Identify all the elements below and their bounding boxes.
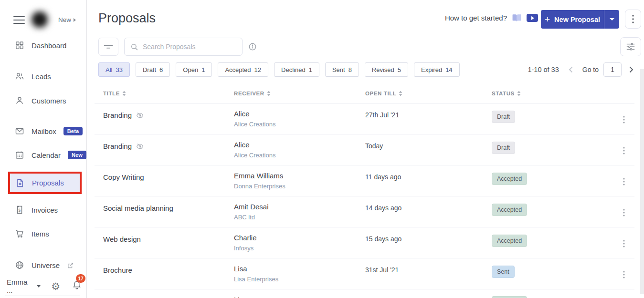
status-badge: Accepted <box>492 204 527 216</box>
tab-draft[interactable]: Draft6 <box>136 62 170 77</box>
sidebar-item-label: Customers <box>32 97 66 105</box>
mailbox-icon <box>15 126 24 136</box>
tab-declined[interactable]: Declined1 <box>274 62 319 77</box>
help-link[interactable]: How to get started? <box>445 14 507 22</box>
receiver-company: Alice Creations <box>234 121 275 128</box>
table-row[interactable]: Proposal ABC Lisa Accepted <box>95 289 634 298</box>
page-title: Proposals <box>98 11 156 26</box>
page-input[interactable] <box>603 62 622 77</box>
sidebar-item-items[interactable]: Items <box>15 227 49 240</box>
tab-count: 14 <box>445 66 452 73</box>
header-kebab-button[interactable] <box>625 10 641 29</box>
tab-expired[interactable]: Expired14 <box>414 62 460 77</box>
column-header-status[interactable]: STATUS <box>492 91 521 96</box>
dashboard-grid-icon <box>15 41 24 50</box>
items-cart-icon <box>15 229 24 238</box>
row-kebab-button[interactable] <box>620 177 628 188</box>
filter-icon <box>103 43 114 51</box>
filter-button[interactable] <box>98 38 118 56</box>
sort-icon <box>517 91 521 96</box>
info-icon[interactable] <box>248 42 257 51</box>
sidebar-item-dashboard[interactable]: Dashboard <box>15 39 66 52</box>
search-input[interactable] <box>143 43 237 51</box>
kebab-icon <box>623 116 625 123</box>
goto-label: Go to <box>582 66 599 73</box>
column-settings-button[interactable] <box>620 37 641 56</box>
sidebar-item-proposals[interactable]: Proposals <box>8 172 82 194</box>
tab-count: 1 <box>201 66 205 73</box>
user-menu[interactable]: Emma ... <box>7 278 32 294</box>
table-row[interactable]: Branding Alice Alice Creations 27th Jul … <box>95 103 634 134</box>
tab-accepted[interactable]: Accepted12 <box>218 62 268 77</box>
column-header-receiver[interactable]: RECEIVER <box>234 91 271 96</box>
leads-icon <box>15 72 24 81</box>
youtube-video-icon[interactable] <box>527 14 538 22</box>
sidebar-item-mailbox[interactable]: Mailbox Beta <box>15 124 83 138</box>
sidebar-item-leads[interactable]: Leads <box>15 70 51 83</box>
row-kebab-button[interactable] <box>620 270 628 281</box>
sliders-icon <box>625 42 636 51</box>
workspace-new-label: New <box>58 16 71 23</box>
tab-count: 8 <box>348 66 352 73</box>
table-row[interactable]: Copy Writing Emma Williams Donna Enterpr… <box>95 165 634 196</box>
caret-down-icon <box>610 18 614 21</box>
sidebar-item-label: Invoices <box>32 206 58 214</box>
main-content: Proposals How to get started? + New Prop… <box>87 0 644 298</box>
table-row[interactable]: Web design Charlie Infosys 15 days ago A… <box>95 227 634 258</box>
vertical-scrollbar[interactable] <box>640 69 644 294</box>
receiver-name: Alice <box>234 141 250 149</box>
sidebar-item-label: Universe <box>32 261 60 269</box>
sidebar-item-invoices[interactable]: $ Invoices <box>15 203 58 216</box>
sort-icon <box>267 91 271 96</box>
help-cluster: How to get started? <box>445 14 538 22</box>
hamburger-menu-icon[interactable] <box>13 16 25 24</box>
proposal-title: Brochure <box>103 266 132 274</box>
row-kebab-button[interactable] <box>620 146 628 157</box>
row-kebab-button[interactable] <box>620 239 628 250</box>
table-row[interactable]: Social media planning Amit Desai ABC ltd… <box>95 196 634 227</box>
tab-count: 1 <box>309 66 312 73</box>
open-till: Today <box>365 142 383 150</box>
tab-sent[interactable]: Sent8 <box>325 62 359 77</box>
sidebar-item-universe[interactable]: Universe <box>15 258 74 272</box>
sidebar-item-calendar[interactable]: Calendar New <box>15 148 86 162</box>
new-proposal-button[interactable]: + New Proposal <box>541 10 619 29</box>
tab-revised[interactable]: Revised5 <box>365 62 408 77</box>
row-kebab-button[interactable] <box>620 208 628 219</box>
row-kebab-button[interactable] <box>620 115 628 126</box>
caret-down-icon[interactable] <box>37 285 41 288</box>
notifications-bell-icon[interactable]: 17 <box>72 280 82 292</box>
plus-icon: + <box>545 15 550 24</box>
new-proposal-dropdown-caret[interactable] <box>604 10 619 29</box>
receiver-company: ABC ltd <box>234 214 255 221</box>
prev-page-button[interactable] <box>567 65 575 74</box>
column-header-open-till[interactable]: OPEN TILL <box>365 91 402 96</box>
tab-open[interactable]: Open1 <box>176 62 212 77</box>
search-box <box>124 38 243 56</box>
column-header-title[interactable]: TITLE <box>103 91 126 96</box>
table-row[interactable]: Brochure Lisa Lisa Enterprises 31st Jul … <box>95 258 634 289</box>
kebab-icon <box>623 240 625 247</box>
workspace-switcher[interactable]: New <box>58 16 76 23</box>
sidebar-item-customers[interactable]: Customers <box>15 94 66 107</box>
proposal-title: Branding <box>103 142 132 150</box>
proposal-title: Web design <box>103 235 141 243</box>
next-page-button[interactable] <box>627 65 635 74</box>
open-till: 31st Jul '21 <box>365 266 399 274</box>
sidebar-item-label: Calendar <box>32 151 61 159</box>
tab-all[interactable]: All33 <box>98 62 130 77</box>
tab-count: 5 <box>398 66 401 73</box>
table-row[interactable]: Branding Alice Alice Creations Today Dra… <box>95 134 634 165</box>
sort-icon <box>399 91 402 96</box>
chevron-right-icon <box>74 18 76 22</box>
receiver-company: Donna Enterprises <box>234 183 285 190</box>
calendar-icon <box>15 150 24 160</box>
settings-gear-icon[interactable]: ⚙ <box>51 281 60 291</box>
guide-book-icon[interactable] <box>512 14 522 22</box>
kebab-icon <box>623 209 625 216</box>
proposals-icon <box>15 178 25 188</box>
status-badge: Accepted <box>492 235 527 247</box>
status-filter-tabs: All33 Draft6 Open1 Accepted12 Declined1 … <box>98 62 460 77</box>
receiver-name: Alice <box>234 110 250 118</box>
external-link-icon <box>67 262 74 269</box>
